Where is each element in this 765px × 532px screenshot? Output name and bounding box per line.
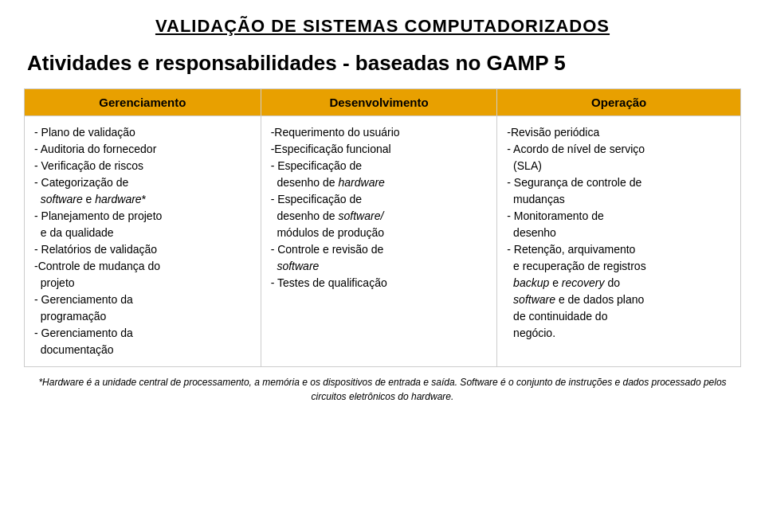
gerenciamento-content: - Plano de validação - Auditoria do forn…: [34, 124, 251, 358]
page-title: VALIDAÇÃO DE SISTEMAS COMPUTADORIZADOS: [24, 16, 741, 37]
header-desenvolvimento: Desenvolvimento: [261, 89, 497, 116]
subtitle: Atividades e responsabilidades - baseada…: [24, 51, 741, 76]
cell-gerenciamento: - Plano de validação - Auditoria do forn…: [25, 116, 261, 367]
header-gerenciamento: Gerenciamento: [25, 89, 261, 116]
header-operacao: Operação: [497, 89, 741, 116]
cell-desenvolvimento: -Requerimento do usuário -Especificação …: [261, 116, 497, 367]
desenvolvimento-content: -Requerimento do usuário -Especificação …: [271, 124, 488, 291]
footnote: *Hardware é a unidade central de process…: [24, 375, 741, 404]
operacao-content: -Revisão periódica - Acordo de nível de …: [507, 124, 731, 342]
table-row: - Plano de validação - Auditoria do forn…: [25, 116, 741, 367]
cell-operacao: -Revisão periódica - Acordo de nível de …: [497, 116, 741, 367]
main-table: Gerenciamento Desenvolvimento Operação -…: [24, 88, 741, 367]
